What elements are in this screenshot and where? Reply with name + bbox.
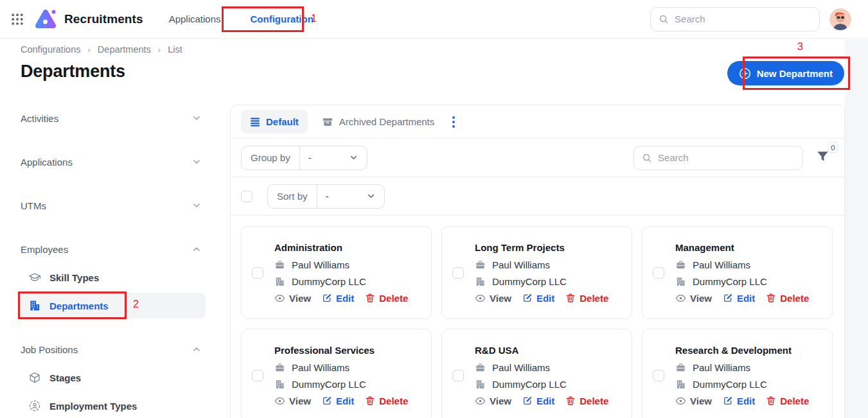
tab-archived-departments[interactable]: Archived Departments	[322, 116, 434, 128]
view-button[interactable]: View	[475, 293, 511, 304]
sidebar-item-skill-types[interactable]: Skill Types	[21, 265, 206, 290]
group-by-dropdown[interactable]: Group by -	[241, 146, 368, 170]
department-name: Research & Development	[675, 345, 809, 356]
view-button[interactable]: View	[475, 396, 511, 406]
sort-by-dropdown[interactable]: Sort by -	[267, 184, 385, 209]
breadcrumb-list[interactable]: List	[168, 44, 182, 55]
section-label: Employees	[21, 244, 68, 255]
list-lines-icon	[250, 117, 260, 127]
global-search-input[interactable]	[675, 13, 811, 24]
tab-default-label: Default	[266, 116, 299, 127]
chevron-up-icon	[191, 344, 202, 354]
edit-button[interactable]: Edit	[322, 396, 354, 406]
sidebar-item-employment-types[interactable]: Employment Types	[21, 393, 206, 418]
company-building-icon	[274, 276, 285, 287]
edit-icon	[322, 396, 332, 406]
delete-button[interactable]: Delete	[565, 396, 608, 406]
edit-button[interactable]: Edit	[522, 396, 554, 406]
manager-name: Paul Williams	[492, 259, 550, 270]
trash-icon	[365, 293, 375, 303]
search-icon	[642, 152, 652, 164]
edit-button[interactable]: Edit	[322, 293, 354, 304]
trash-icon	[365, 396, 375, 406]
department-card: Long Term Projects Paul Williams	[441, 226, 632, 319]
sidebar-item-departments[interactable]: Departments	[21, 293, 206, 318]
filter-button[interactable]: 0	[815, 149, 830, 166]
eye-icon	[675, 396, 686, 406]
sidebar-item-stages[interactable]: Stages	[21, 365, 206, 390]
card-checkbox[interactable]	[452, 267, 464, 279]
department-name: Administration	[274, 242, 408, 253]
annotation-number-3: 3	[797, 41, 803, 53]
sidebar-item-label: Departments	[49, 300, 109, 311]
tab-default[interactable]: Default	[241, 110, 308, 134]
view-button[interactable]: View	[274, 293, 311, 304]
manager-name: Paul Williams	[693, 362, 750, 373]
edit-button[interactable]: Edit	[723, 396, 755, 406]
new-department-label: New Department	[757, 68, 833, 79]
card-checkbox[interactable]	[252, 267, 263, 279]
delete-button[interactable]: Delete	[766, 396, 809, 406]
filter-row: Group by - 0	[231, 139, 844, 177]
edit-button[interactable]: Edit	[522, 293, 554, 304]
edit-icon	[522, 293, 533, 303]
department-name: Long Term Projects	[475, 242, 608, 253]
company-building-icon	[475, 276, 486, 287]
department-card: R&D USA Paul Williams	[441, 329, 632, 418]
delete-button[interactable]: Delete	[565, 293, 608, 304]
company-building-icon	[675, 276, 686, 287]
top-navbar: Recruitments Applications Configuration	[0, 0, 868, 39]
kebab-menu-icon[interactable]	[448, 114, 459, 130]
card-checkbox[interactable]	[452, 370, 464, 381]
sidebar-section-employees[interactable]: Employees	[21, 236, 206, 262]
filter-count-badge: 0	[828, 142, 838, 153]
sidebar-section-activities[interactable]: Activities	[21, 105, 206, 131]
view-tabs-row: Default Archived Departments	[231, 105, 844, 139]
eye-icon	[675, 293, 686, 304]
new-department-button[interactable]: New Department	[727, 61, 844, 85]
building-icon	[28, 299, 41, 312]
delete-button[interactable]: Delete	[766, 293, 809, 304]
person-dashed-icon	[28, 399, 41, 412]
user-avatar[interactable]	[829, 8, 851, 30]
card-checkbox[interactable]	[252, 370, 263, 381]
list-search[interactable]	[633, 146, 803, 170]
company-building-icon	[274, 379, 285, 390]
list-search-input[interactable]	[658, 152, 795, 163]
manager-name: Paul Williams	[492, 362, 550, 373]
nav-tab-configuration[interactable]: Configuration	[243, 8, 321, 30]
graduation-cap-icon	[28, 271, 41, 284]
manager-name: Paul Williams	[292, 259, 350, 270]
global-search[interactable]	[650, 7, 820, 31]
breadcrumb-configurations[interactable]: Configurations	[21, 44, 81, 55]
company-building-icon	[475, 379, 486, 390]
view-button[interactable]: View	[675, 396, 712, 406]
group-by-label: Group by	[242, 146, 300, 170]
select-all-checkbox[interactable]	[241, 191, 252, 202]
trash-icon	[766, 293, 776, 303]
card-checkbox[interactable]	[653, 267, 664, 279]
sidebar-section-utms[interactable]: UTMs	[21, 193, 206, 218]
app-launcher-icon[interactable]	[12, 13, 23, 25]
department-name: Management	[675, 242, 809, 253]
edit-button[interactable]: Edit	[723, 293, 755, 304]
eye-icon	[274, 293, 285, 304]
edit-icon	[723, 293, 733, 303]
delete-button[interactable]: Delete	[365, 396, 408, 406]
page-title: Departments	[21, 62, 125, 82]
briefcase-icon	[274, 362, 285, 373]
sidebar-item-label: Stages	[49, 372, 81, 383]
chevron-down-icon	[191, 113, 202, 123]
view-button[interactable]: View	[274, 396, 311, 406]
briefcase-icon	[475, 259, 486, 270]
sidebar-item-label: Skill Types	[49, 272, 99, 283]
nav-tab-applications[interactable]: Applications	[161, 8, 229, 30]
delete-button[interactable]: Delete	[365, 293, 408, 304]
company-name: DummyCorp LLC	[292, 379, 366, 390]
sidebar-section-job-positions[interactable]: Job Positions	[21, 336, 206, 362]
card-checkbox[interactable]	[653, 370, 664, 381]
page-background-strip	[845, 39, 868, 418]
breadcrumb-departments[interactable]: Departments	[98, 44, 151, 55]
sidebar-section-applications[interactable]: Applications	[21, 149, 206, 175]
view-button[interactable]: View	[675, 293, 712, 304]
